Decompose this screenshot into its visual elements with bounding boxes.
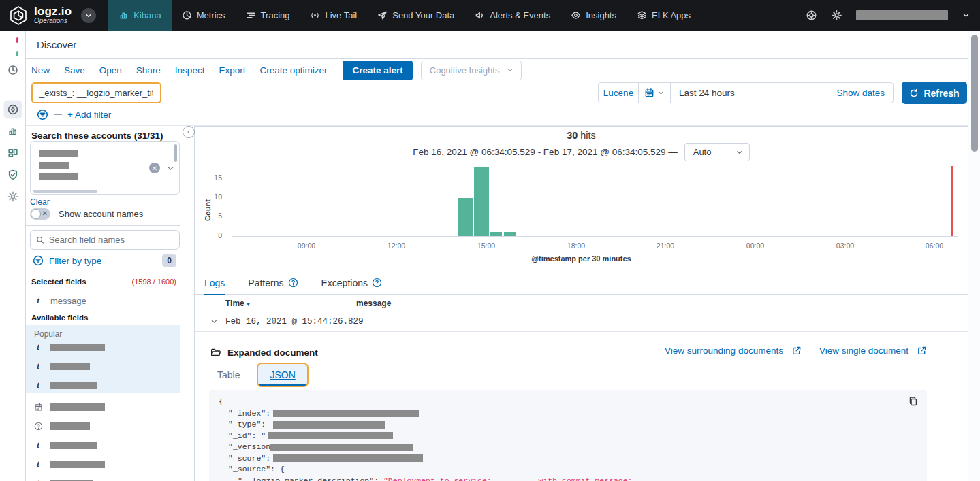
- column-header-message[interactable]: message: [356, 299, 391, 308]
- result-row[interactable]: Feb 16, 2021 @ 15:44:26.829 -: [195, 312, 968, 332]
- filter-by-type-button[interactable]: Filter by type: [49, 256, 101, 266]
- window-scrollbar-track[interactable]: [968, 31, 980, 481]
- nav-item-tracing[interactable]: Tracing: [236, 0, 300, 31]
- search-query-input[interactable]: [33, 88, 160, 98]
- json-line: "_index":: [219, 408, 917, 420]
- selected-fields-count: (1598 / 1600): [132, 278, 176, 286]
- copy-icon[interactable]: [908, 396, 919, 407]
- create-optimizer-button[interactable]: Create optimizer: [259, 65, 327, 76]
- share-button[interactable]: Share: [136, 65, 161, 76]
- search-icon: [36, 235, 45, 245]
- rail-item-settings[interactable]: [7, 191, 18, 203]
- rail-marker-red: [16, 37, 18, 43]
- field-search-input[interactable]: [49, 235, 174, 245]
- accounts-horizontal-scrollbar[interactable]: [33, 190, 97, 193]
- clear-selection-icon[interactable]: ✕: [149, 163, 160, 173]
- open-button[interactable]: Open: [99, 65, 122, 76]
- nav-item-send-your-data[interactable]: Send Your Data: [367, 0, 464, 31]
- text-field-type-icon: t: [34, 459, 42, 469]
- accounts-vertical-scrollbar[interactable]: [174, 144, 177, 162]
- nav-item-elk-apps[interactable]: ELK Apps: [627, 0, 701, 31]
- recent-history-icon[interactable]: [7, 65, 18, 76]
- date-picker-button[interactable]: [638, 83, 671, 103]
- rail-item-visualize[interactable]: [7, 126, 18, 137]
- tab-logs[interactable]: Logs: [204, 271, 225, 295]
- add-filter-button[interactable]: + Add filter: [67, 110, 111, 120]
- histogram-bar[interactable]: [504, 232, 516, 236]
- field-item[interactable]: t: [26, 338, 180, 356]
- histogram-plot-area[interactable]: [232, 166, 958, 237]
- field-item[interactable]: t: [26, 376, 180, 394]
- field-item-message[interactable]: t message: [26, 292, 180, 310]
- inspect-button[interactable]: Inspect: [175, 65, 205, 76]
- help-question-icon[interactable]: [288, 278, 298, 288]
- rail-item-discover[interactable]: [3, 101, 22, 119]
- field-item[interactable]: t: [26, 357, 180, 375]
- chevron-down-icon: [84, 12, 93, 20]
- interval-select[interactable]: Auto: [684, 143, 750, 161]
- json-line: {: [219, 397, 917, 408]
- field-item[interactable]: t: [26, 455, 180, 473]
- workspace-switcher-button[interactable]: [81, 8, 96, 23]
- accounts-multiselect[interactable]: ✕: [30, 141, 180, 195]
- histogram-bar[interactable]: [458, 198, 473, 236]
- nav-item-live-tail[interactable]: Live Tail: [300, 0, 367, 31]
- cognitive-insights-dropdown[interactable]: Cognitive Insights: [421, 61, 522, 80]
- help-question-icon[interactable]: [372, 278, 382, 288]
- text-field-type-icon: t: [34, 295, 42, 306]
- histogram-bar[interactable]: [490, 232, 502, 236]
- show-dates-button[interactable]: Show dates: [836, 83, 893, 103]
- column-header-time[interactable]: Time ▾: [225, 299, 250, 308]
- tracing-lines-icon: [246, 10, 256, 20]
- chevron-down-icon[interactable]: [962, 11, 970, 20]
- pie-chart-icon: [182, 10, 192, 20]
- nav-label: Insights: [586, 10, 616, 20]
- rail-item-dashboard[interactable]: [7, 148, 18, 159]
- row-expander-chevron-icon[interactable]: [210, 317, 219, 326]
- histogram-bar[interactable]: [474, 167, 489, 236]
- query-language-button[interactable]: Lucene: [599, 83, 638, 103]
- x-tick: 09:00: [286, 242, 327, 250]
- view-surrounding-documents-link[interactable]: View surrounding documents: [665, 346, 802, 356]
- text-field-type-icon: t: [34, 478, 42, 481]
- account-name-redacted: [856, 10, 948, 20]
- interval-value: Auto: [693, 147, 712, 157]
- filter-icon[interactable]: [37, 109, 48, 120]
- y-tick: 15: [202, 173, 222, 182]
- chevron-down-icon[interactable]: [166, 164, 175, 173]
- link-label: View single document: [819, 346, 908, 356]
- tab-json[interactable]: JSON: [257, 363, 308, 387]
- time-range-button[interactable]: Last 24 hours: [671, 83, 836, 103]
- field-item[interactable]: [26, 398, 180, 416]
- tab-table[interactable]: Table: [208, 369, 249, 380]
- create-alert-button[interactable]: Create alert: [343, 61, 412, 80]
- collapse-sidebar-button[interactable]: ‹: [183, 126, 195, 138]
- field-item[interactable]: t: [26, 436, 180, 454]
- window-scrollbar-thumb[interactable]: [971, 35, 978, 152]
- field-item[interactable]: t: [26, 474, 180, 481]
- discover-main-panel: 30 hits Feb 16, 2021 @ 06:34:05.529 - Fe…: [194, 126, 968, 481]
- nav-item-insights[interactable]: Insights: [560, 0, 627, 31]
- y-axis-label: Count: [204, 197, 212, 224]
- gear-icon[interactable]: [831, 10, 842, 21]
- nav-item-kibana[interactable]: Kibana: [108, 0, 171, 31]
- nav-item-alerts-events[interactable]: Alerts & Events: [464, 0, 560, 31]
- field-item[interactable]: [26, 417, 180, 435]
- export-button[interactable]: Export: [219, 65, 245, 76]
- external-link-icon: [791, 346, 802, 356]
- tab-patterns[interactable]: Patterns: [248, 271, 298, 295]
- logzio-logo[interactable]: logz.io Operations: [0, 5, 81, 26]
- clear-accounts-link[interactable]: Clear: [30, 197, 50, 207]
- new-button[interactable]: New: [31, 65, 50, 76]
- show-account-names-toggle[interactable]: ✕: [30, 208, 50, 220]
- nav-item-metrics[interactable]: Metrics: [172, 0, 236, 31]
- help-ring-icon[interactable]: [806, 10, 817, 21]
- document-json-view: { "_index": "_type": "_id": " "_version …: [209, 390, 927, 481]
- save-button[interactable]: Save: [64, 65, 85, 76]
- logzio-hexagon-icon: [8, 5, 29, 26]
- view-single-document-link[interactable]: View single document: [819, 346, 927, 356]
- field-name-redacted: [50, 461, 105, 468]
- tab-exceptions[interactable]: Exceptions: [321, 271, 382, 295]
- refresh-button[interactable]: Refresh: [902, 82, 967, 104]
- rail-item-security[interactable]: [7, 169, 18, 181]
